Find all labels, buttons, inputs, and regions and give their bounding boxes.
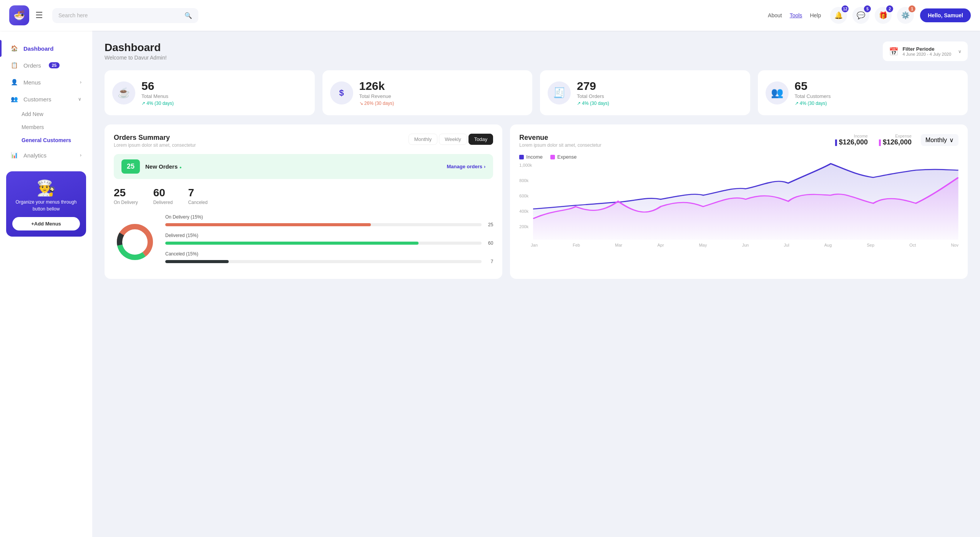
- orders-card-header: Orders Summary Lorem ipsum dolor sit ame…: [114, 134, 493, 148]
- new-orders-dot: ●: [179, 165, 182, 169]
- gift-badge: 2: [886, 5, 893, 12]
- sidebar-item-analytics[interactable]: 📊 Analytics ›: [0, 147, 92, 164]
- stat-orders-info: 279 Total Orders ↗ 4% (30 days): [577, 80, 609, 106]
- tab-today[interactable]: Today: [468, 134, 493, 145]
- stat-orders-icon: 🧾: [548, 81, 571, 104]
- manage-orders-link[interactable]: Manage orders ›: [447, 164, 486, 169]
- tab-weekly[interactable]: Weekly: [439, 134, 467, 145]
- progress-delivered: Delivered (15%) 60: [165, 233, 493, 246]
- app-logo: 🍜: [9, 5, 29, 25]
- sidebar-sub-add-new[interactable]: Add New: [22, 108, 92, 121]
- progress-canceled-row: 7: [165, 259, 493, 264]
- gift-button[interactable]: 🎁 2: [875, 7, 892, 24]
- stat-card-customers: 👥 65 Total Customers ↗ 4% (30 days): [758, 70, 968, 115]
- revenue-dropdown[interactable]: Monthly ∨: [921, 134, 958, 146]
- stat-menus-trend: ↗ 4% (30 days): [141, 101, 174, 106]
- user-name: Samuel: [944, 12, 963, 18]
- progress-delivery-bg: [165, 223, 482, 226]
- progress-canceled-bg: [165, 260, 482, 263]
- progress-delivery-row: 25: [165, 222, 493, 227]
- canceled-label: Canceled: [188, 200, 208, 205]
- legend-income: Income: [519, 154, 543, 160]
- sidebar: 🏠 Dashboard 📋 Orders 25 👤 Menus › 👥 Cust…: [0, 31, 92, 537]
- progress-delivery-fill: [165, 223, 371, 226]
- progress-canceled-fill: [165, 260, 229, 263]
- delivery-label: On Delivery: [114, 200, 138, 205]
- progress-delivered-label: Delivered (15%): [165, 233, 493, 238]
- search-bar: 🔍: [52, 8, 198, 23]
- analytics-icon: 📊: [11, 152, 18, 159]
- sidebar-label-orders: Orders: [23, 62, 41, 69]
- sidebar-item-orders[interactable]: 📋 Orders 25: [0, 57, 92, 74]
- filter-chevron-icon: ∨: [958, 49, 962, 54]
- donut-chart: [114, 221, 156, 263]
- stat-card-orders: 🧾 279 Total Orders ↗ 4% (30 days): [540, 70, 750, 115]
- chart-inner: [533, 163, 958, 240]
- user-greeting[interactable]: Hello, Samuel: [920, 8, 971, 22]
- revenue-top-right: Income ▐ $126,000 Expense ▐ $126,000 Mon…: [833, 134, 958, 146]
- progress-section: On Delivery (15%) 25 Delivered (15%): [165, 214, 493, 270]
- monthly-label: Monthly: [925, 137, 947, 144]
- menus-icon: 👤: [11, 79, 18, 86]
- nav-tools[interactable]: Tools: [790, 12, 802, 18]
- message-button[interactable]: 💬 5: [852, 7, 869, 24]
- stat-card-revenue: $ 126k Total Revenue ↘ 26% (30 days): [322, 70, 533, 115]
- revenue-chart-svg: [533, 163, 958, 240]
- stat-customers-label: Total Customers: [795, 93, 831, 99]
- main-layout: 🏠 Dashboard 📋 Orders 25 👤 Menus › 👥 Cust…: [0, 31, 980, 537]
- revenue-card-subtitle: Lorem ipsum dolor sit amet, consectetur: [519, 143, 601, 148]
- stat-orders-label: Total Orders: [577, 93, 609, 99]
- stat-card-menus: ☕ 56 Total Menus ↗ 4% (30 days): [105, 70, 315, 115]
- settings-button[interactable]: ⚙️ 1: [897, 7, 914, 24]
- revenue-title-group: Revenue Lorem ipsum dolor sit amet, cons…: [519, 134, 601, 148]
- progress-delivery: On Delivery (15%) 25: [165, 214, 493, 227]
- sidebar-label-menus: Menus: [23, 79, 41, 86]
- revenue-legend: Income Expense: [519, 154, 958, 160]
- hello-text: Hello,: [928, 12, 944, 18]
- sidebar-item-customers[interactable]: 👥 Customers ∨: [0, 91, 92, 108]
- stat-revenue-info: 126k Total Revenue ↘ 26% (30 days): [359, 80, 394, 106]
- orders-card-subtitle: Lorem ipsum dolor sit amet, consectetur: [114, 143, 196, 148]
- delivery-value: 25: [114, 187, 138, 199]
- dashboard-title-group: Dashboard Welcome to Davur Admin!: [105, 41, 167, 61]
- sidebar-sub-general-customers[interactable]: General Customers: [22, 134, 92, 147]
- new-orders-label: New Orders: [145, 163, 178, 170]
- income-amount: Income ▐ $126,000: [833, 134, 868, 146]
- sidebar-item-dashboard[interactable]: 🏠 Dashboard: [0, 40, 92, 57]
- stat-revenue-value: 126k: [359, 80, 394, 93]
- order-stats-row: 25 On Delivery 60 Delivered 7 Canceled: [114, 187, 493, 205]
- sidebar-promo-box: 👨‍🍳 Organize your menus through button b…: [6, 171, 86, 237]
- orders-card-title: Orders Summary: [114, 134, 196, 142]
- progress-delivered-val: 60: [485, 240, 493, 246]
- sidebar-label-customers: Customers: [23, 96, 51, 103]
- sidebar-label-analytics: Analytics: [23, 152, 47, 159]
- orders-summary-card: Orders Summary Lorem ipsum dolor sit ame…: [105, 124, 502, 279]
- add-menus-button[interactable]: +Add Menus: [12, 217, 80, 230]
- orders-tab-group: Monthly Weekly Today: [409, 134, 493, 145]
- page-subtitle: Welcome to Davur Admin!: [105, 55, 167, 61]
- order-stat-delivery: 25 On Delivery: [114, 187, 138, 205]
- new-orders-count: 25: [121, 159, 140, 174]
- main-content: Dashboard Welcome to Davur Admin! 📅 Filt…: [92, 31, 980, 537]
- tab-monthly[interactable]: Monthly: [409, 134, 438, 145]
- sidebar-item-menus[interactable]: 👤 Menus ›: [0, 74, 92, 91]
- stat-menus-label: Total Menus: [141, 93, 174, 99]
- progress-delivery-val: 25: [485, 222, 493, 227]
- filter-info: Filter Periode 4 June 2020 - 4 July 2020: [902, 46, 951, 56]
- stat-customers-icon: 👥: [766, 81, 789, 104]
- search-input[interactable]: [58, 12, 181, 18]
- nav-help[interactable]: Help: [810, 12, 821, 18]
- filter-date: 4 June 2020 - 4 July 2020: [902, 52, 951, 56]
- progress-canceled-label: Canceled (15%): [165, 251, 493, 257]
- nav-about[interactable]: About: [768, 12, 782, 18]
- stat-revenue-label: Total Revenue: [359, 93, 394, 99]
- sidebar-sub-members[interactable]: Members: [22, 121, 92, 134]
- order-stat-canceled: 7 Canceled: [188, 187, 208, 205]
- orders-icon: 📋: [11, 62, 18, 69]
- bell-button[interactable]: 🔔 12: [830, 7, 847, 24]
- canceled-value: 7: [188, 187, 208, 199]
- filter-periode-button[interactable]: 📅 Filter Periode 4 June 2020 - 4 July 20…: [883, 41, 968, 61]
- menus-chevron-icon: ›: [80, 80, 81, 85]
- promo-text: Organize your menus through button bello…: [12, 199, 80, 212]
- hamburger-button[interactable]: ☰: [35, 10, 43, 20]
